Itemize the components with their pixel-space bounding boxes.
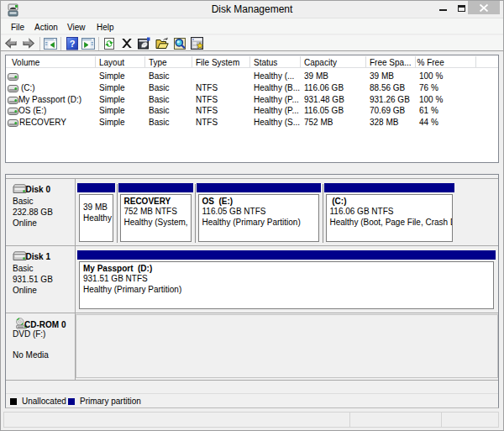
svg-text:?: ? (70, 39, 76, 49)
